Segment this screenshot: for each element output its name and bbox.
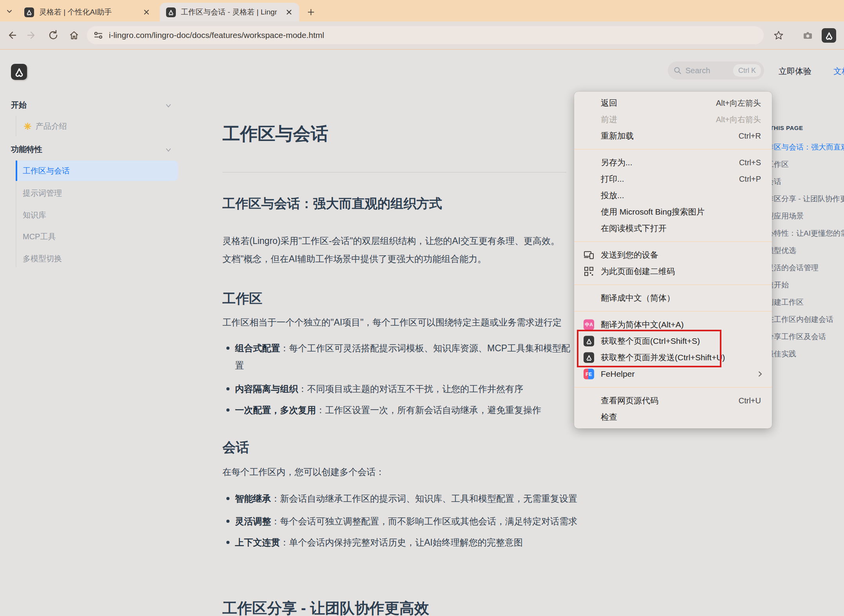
sidebar-item-knowledge-base[interactable]: 知识库 <box>23 208 46 222</box>
tab-strip: 灵格若 | 个性化AI助手 工作区与会话 - 灵格若 | Lingro <box>0 0 844 22</box>
bookmark-button[interactable] <box>770 22 787 49</box>
translate-icon: 中A <box>584 320 594 330</box>
list-item: 组合式配置：每个工作区可灵活搭配提示词模板、知识库资源、MCP工具集和模型配 <box>235 342 570 354</box>
tab-close-button[interactable] <box>142 7 151 17</box>
menu-item-create-qr-code[interactable]: 为此页面创建二维码 <box>574 263 772 280</box>
close-icon <box>286 9 292 15</box>
sidebar-item-label: MCP工具 <box>23 231 56 242</box>
menu-item-fehelper[interactable]: FE FeHelper <box>574 366 772 382</box>
menu-item-forward[interactable]: 前进 Alt+向右箭头 <box>574 111 772 128</box>
sidebar-item-label: 提示词管理 <box>23 188 62 199</box>
context-menu: 返回 Alt+向左箭头 前进 Alt+向右箭头 重新加载 Ctrl+R 另存为.… <box>574 92 772 428</box>
tab-close-button[interactable] <box>284 7 294 17</box>
toc-item[interactable]: 在工作区内创建会话 <box>766 311 844 328</box>
section-heading-session: 会话 <box>222 439 249 457</box>
menu-item-inspect[interactable]: 检查 <box>574 409 772 425</box>
section-heading-share: 工作区分享 - 让团队协作更高效 <box>222 598 429 616</box>
star-icon <box>774 30 784 40</box>
list-item: 内容隔离与组织：不同项目或主题的对话互不干扰，让您的工作井然有序 <box>235 383 523 395</box>
camera-icon <box>802 30 813 41</box>
sidebar-section-features[interactable]: 功能特性 <box>11 142 42 156</box>
menu-item-reload[interactable]: 重新加载 Ctrl+R <box>574 128 772 144</box>
paragraph: 在每个工作区内，您可以创建多个会话： <box>222 466 385 478</box>
tab-title: 工作区与会话 - 灵格若 | Lingro <box>181 7 277 17</box>
browser-tab-inactive[interactable]: 灵格若 | 个性化AI助手 <box>17 3 157 22</box>
back-button[interactable] <box>3 22 20 49</box>
menu-item-view-source[interactable]: 查看网页源代码 Ctrl+U <box>574 392 772 409</box>
menu-item-bing-image-search[interactable]: 使用 Microsoft Bing搜索图片 <box>574 204 772 220</box>
reload-icon <box>48 30 59 41</box>
home-button[interactable] <box>65 22 83 49</box>
menu-separator <box>574 387 772 388</box>
chevron-down-icon <box>6 8 13 14</box>
chevron-down-icon[interactable] <box>164 146 172 154</box>
paragraph: 工作区相当于一个个独立的"AI项目"，每个工作区可以围绕特定主题或业务需求进行定 <box>222 316 562 329</box>
sidebar-item-prompt-management[interactable]: 提示词管理 <box>23 186 62 200</box>
list-item: 灵活调整：每个会话可独立调整配置，而不影响工作区或其他会话，满足特定对话需求 <box>235 515 577 527</box>
tab-title: 灵格若 | 个性化AI助手 <box>39 7 112 17</box>
reload-button[interactable] <box>45 22 62 49</box>
home-icon <box>69 30 80 41</box>
new-tab-button[interactable] <box>305 6 317 18</box>
fehelper-icon: FE <box>584 369 594 379</box>
docs-nav-link[interactable]: 文档 <box>833 66 844 77</box>
sidebar-section-start[interactable]: 开始 <box>11 98 27 112</box>
sidebar-section-label: 功能特性 <box>11 144 42 155</box>
sidebar-item-product-intro[interactable]: 产品介绍 <box>23 119 67 133</box>
toc-item[interactable]: 工作区 <box>766 156 844 173</box>
menu-item-translate-page[interactable]: 翻译成中文（简体） <box>574 290 772 306</box>
toc-item[interactable]: 会话 <box>766 173 844 190</box>
toc-item[interactable]: 最佳实践 <box>766 345 844 363</box>
tab-search-button[interactable] <box>3 5 16 18</box>
browser-tab-active[interactable]: 工作区与会话 - 灵格若 | Lingro <box>160 3 299 22</box>
search-icon <box>674 67 681 74</box>
lingro-logo-icon <box>14 67 25 78</box>
site-info-icon[interactable] <box>93 30 103 40</box>
close-icon <box>144 9 149 15</box>
sidebar-active-bar <box>16 161 17 181</box>
section-heading-workspace: 工作区 <box>222 290 262 308</box>
menu-item-print[interactable]: 打印... Ctrl+P <box>574 171 772 187</box>
menu-separator <box>574 311 772 312</box>
menu-item-cast[interactable]: 投放... <box>574 187 772 204</box>
divider <box>222 172 566 173</box>
menu-separator <box>574 284 772 285</box>
sidebar-item-workspace-session[interactable]: 工作区与会话 <box>23 164 70 178</box>
try-now-link[interactable]: 立即体验 <box>779 66 811 77</box>
menu-item-reading-mode[interactable]: 在阅读模式下打开 <box>574 220 772 237</box>
sidebar-item-mcp-tools[interactable]: MCP工具 <box>23 229 56 244</box>
chevron-right-icon <box>757 371 763 377</box>
sidebar-guide-line <box>16 116 16 136</box>
browser-window: 灵格若 | 个性化AI助手 工作区与会话 - 灵格若 | Lingro <box>0 0 844 616</box>
site-logo[interactable] <box>11 64 27 80</box>
lingro-favicon <box>166 7 176 17</box>
paragraph: 文档"概念，但在AI辅助工作场景中提供了更强大的功能组合能力。 <box>222 253 486 265</box>
sidebar-section-label: 开始 <box>11 100 27 110</box>
forward-button[interactable] <box>23 22 40 49</box>
toc-item[interactable]: 创建工作区 <box>766 294 844 311</box>
lingro-extension-icon[interactable] <box>822 28 836 43</box>
search-input[interactable]: Search Ctrl K <box>668 61 764 79</box>
url-bar[interactable]: i-lingro.com/lingro-doc/docs/features/wo… <box>87 26 764 44</box>
list-item-wrap: 置 <box>235 359 244 372</box>
sidebar-item-label: 产品介绍 <box>36 121 67 132</box>
devices-icon <box>584 250 594 260</box>
list-item: 智能继承：新会话自动继承工作区的提示词、知识库、工具和模型配置，无需重复设置 <box>235 493 577 505</box>
chevron-down-icon[interactable] <box>164 102 172 110</box>
paragraph: 灵格若(Lingro)采用"工作区-会话"的双层组织结构，让您的AI交互更有条理… <box>222 235 560 247</box>
screenshot-button[interactable] <box>799 22 816 49</box>
menu-item-save-as[interactable]: 另存为... Ctrl+S <box>574 154 772 171</box>
list-item: 一次配置，多次复用：工作区设置一次，所有新会话自动继承，避免重复操作 <box>235 404 541 416</box>
toc-item[interactable]: 灵活的会话管理 <box>766 259 844 276</box>
menu-item-send-to-device[interactable]: 发送到您的设备 <box>574 247 772 263</box>
sidebar-item-label: 知识库 <box>23 210 46 220</box>
lingro-favicon <box>24 7 34 17</box>
sidebar-item-label: 工作区与会话 <box>23 166 70 176</box>
menu-separator <box>574 149 772 150</box>
toc-item[interactable]: 分享工作区及会话 <box>766 328 844 345</box>
sidebar-item-multi-model[interactable]: 多模型切换 <box>23 251 62 266</box>
menu-item-back[interactable]: 返回 Alt+向左箭头 <box>574 95 772 111</box>
search-placeholder: Search <box>685 66 710 75</box>
sparkle-icon <box>23 122 32 130</box>
menu-separator <box>574 241 772 242</box>
